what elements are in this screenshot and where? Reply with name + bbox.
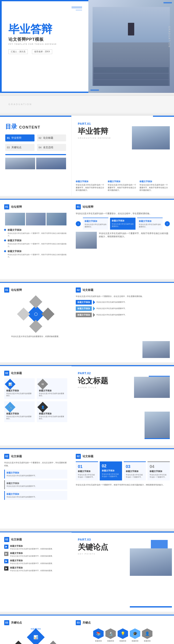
hex3-label: 标题添加	[118, 640, 128, 642]
sec1b-content: 毕业论文是大学生完成学业的一个重要部分，在论文过程中，学生需要积累经验。	[76, 212, 170, 215]
watermark: GRADUATION	[168, 26, 171, 48]
sec2b-i1-text: 毕业论文是大学生完成学业的重要环节，积累经验很重要。	[10, 548, 54, 550]
nav-c1-text: 毕业论文是大学生完成学业的重要部分。	[85, 223, 107, 228]
sec2a-c1-title: 标题文字添加	[78, 470, 96, 473]
sec2a-left-c3: 标题文字添加	[6, 493, 66, 496]
hex1-label: 标题添加	[93, 640, 104, 642]
sec2a-left-c1: 标题文字添加	[6, 471, 66, 474]
sec2-grid-c2-title: 标题文字添加	[39, 389, 65, 392]
cover-date: 指导老师：20XX	[32, 50, 52, 54]
sec2a-num3: 03	[126, 464, 144, 469]
sec2b-i1-title: 标题文字添加	[10, 544, 54, 548]
slide-section3a: 03 关键论点 📊 ✉ 🔧 👤	[0, 615, 174, 644]
slide-section1c: 01 论坛答辩 ⬡	[0, 282, 174, 362]
sec1a-badge-label: 论坛答辩	[11, 205, 22, 209]
arrow-item3-num: 标题文字添加	[76, 312, 92, 317]
cover-title-cn: 毕业答辩	[8, 23, 80, 35]
toc-item-4[interactable]: 04 全文总结	[37, 144, 66, 151]
sec1b-badge-label: 论坛答辩	[83, 205, 93, 209]
nav-left-arrow[interactable]: ‹	[76, 221, 81, 226]
sec2a-num1: 01	[78, 464, 96, 469]
sec2a-c4-title: 标题文字添加	[150, 470, 168, 473]
sec1b-badge-num: 01	[76, 204, 81, 210]
hex4: 🎓	[130, 628, 140, 639]
sec2b-i2-text: 毕业论文是大学生完成学业的重要环节，积累经验很重要。	[10, 555, 54, 557]
sec2a-extra: 毕业论文是大学生完成学业的一个重要环节，有助于培养学生独立分析问题的能力，增强调…	[76, 484, 170, 486]
arrow-item3-text: 毕业论文是大学生完成学业的重要环节。	[96, 314, 127, 316]
slide-section1a: 01 论坛答辩 标题文字添加 毕业论文是大学生完成学业的一个重要环节，有助于培养…	[0, 199, 174, 279]
sec1c-badge-label: 论坛答辩	[11, 288, 22, 292]
part02-person	[145, 412, 170, 439]
sec2a-left-c3-text: 毕业论文是大学生完成学业的重要环节。	[6, 496, 66, 498]
part01-card1-title: 标题文字添加	[76, 180, 106, 183]
toc-item-2[interactable]: 02 论文标题	[37, 134, 66, 142]
hex2: 🔬	[105, 628, 116, 639]
cover-title-en: PPT TEMPLATE FOR THESIS DEFENSE	[8, 43, 80, 45]
nav-c3-title: 标题文字添加	[139, 220, 161, 223]
sec2-grid-c1-text: 毕业论文是大学生完成学业的重要部分。	[6, 392, 33, 397]
sec2a-left-c2: 标题文字添加	[6, 482, 66, 485]
sec2a-content: 毕业论文是大学生完成学业的一个重要部分，在论文过程中，学生需要积累经验。	[4, 462, 67, 467]
sec2a-c3-title: 标题文字添加	[126, 470, 144, 473]
arrow-item1-num: 标题文字添加	[76, 300, 92, 304]
cover-author: 汇报人：演示员	[8, 50, 28, 54]
slide-toc: 目录 CONTENT 01 毕业答辩 02 论文标题 03 关键论点	[0, 116, 174, 196]
part02-photo	[134, 377, 170, 398]
nav-right-arrow[interactable]: ›	[165, 221, 170, 226]
sec2a-num2: 02	[102, 464, 120, 468]
sec2a-c2-title: 标题文字添加	[102, 469, 120, 472]
sec1c-badge-num: 01	[4, 288, 9, 292]
hex1: 📚	[93, 628, 104, 639]
sec1b-extra-text: 毕业论文是大学生完成学业的一个重要环节，有助于培养学生独立分析问题的能力，增强调…	[99, 232, 170, 238]
toc-cn-title: 目录	[5, 123, 17, 131]
sec2-grid-c4-title: 标题文字添加	[39, 412, 65, 415]
nav-c2-text: 毕业论文是大学生完成学业的重要部分。	[112, 223, 134, 228]
sec2b-i2-title: 标题文字添加	[10, 552, 54, 555]
sec2a-c4-text: 毕业论文是大学生完成学业的一个重要环节。	[150, 474, 168, 478]
sec1a-c2-title: 标题文字添加	[7, 239, 67, 242]
toc-item-3[interactable]: 03 关键论点	[5, 144, 34, 151]
sec2a-c1-text: 毕业论文是大学生完成学业的一个重要环节。	[78, 474, 96, 478]
slide-section2b: 02 论文标题 标题文字添加 毕业论文是大学生完成学业的重要环节，积累经验很重要…	[0, 532, 174, 612]
sec2a-left-c2-text: 毕业论文是大学生完成学业的重要环节。	[6, 485, 66, 488]
sec2a-left-c1-text: 毕业论文是大学生完成学业的重要环节。	[6, 475, 66, 477]
nav-c1-title: 标题文字添加	[85, 220, 107, 223]
sec2-grid-c3-text: 毕业论文是大学生完成学业的重要部分。	[6, 416, 33, 420]
toc-en-title: CONTENT	[19, 125, 40, 130]
arrow-item2-text: 毕业论文是大学生完成学业的重要环节。	[96, 307, 127, 310]
sec2b-i3-text: 毕业论文是大学生完成学业的重要环节，积累经验很重要。	[10, 562, 54, 565]
sec1a-c2-text: 毕业论文是大学生完成学业的一个重要环节，有助于培养学生独立分析问题的能力。	[7, 243, 67, 248]
hex5: 👤	[142, 628, 153, 639]
sec2a-num4: 04	[150, 464, 168, 469]
toc-item-1[interactable]: 01 毕业答辩	[5, 134, 34, 142]
slide-section2a: 02 论文标题 毕业论文是大学生完成学业的一个重要部分，在论文过程中，学生需要积…	[0, 448, 174, 528]
sec1a-badge-num: 01	[4, 204, 9, 210]
sec2-grid-c4-text: 毕业论文是大学生完成学业的重要部分。	[39, 416, 65, 420]
part01-card3-text: 毕业论文是大学生完成学业的一个重要环节，有助于培养学生独立分析问题的能力。	[140, 184, 170, 192]
hex4-label: 标题添加	[130, 640, 140, 642]
cover-title-sub: 论文答辩PPT模板	[8, 36, 80, 42]
sec2b-i4-text: 毕业论文是大学生完成学业的重要环节，积累经验很重要。	[10, 570, 54, 572]
arrow-item1-text: 毕业论文是大学生完成学业的重要环节。	[96, 301, 127, 303]
sec1a-c1-title: 标题文字添加	[7, 228, 67, 232]
sec2-grid-c1-title: 标题文字添加	[6, 389, 33, 392]
hex5-label: 标题添加	[142, 640, 153, 642]
sec2-grid-c2-text: 毕业论文是大学生完成学业的重要部分。	[39, 392, 65, 397]
part01-card1-text: 毕业论文是大学生完成学业的一个重要环节，有助于培养学生独立分析问题的能力。	[76, 184, 106, 192]
sec1c-text: 毕业论文是大学生完成学业的重要部分，积累经验很重要。	[4, 335, 67, 338]
part02-label: PART.02	[78, 372, 168, 375]
slide-divider-1: GRADUATION	[0, 96, 174, 113]
sec1a-c1-text: 毕业论文是大学生完成学业的一个重要环节，有助于培养学生独立分析问题的能力。	[7, 232, 67, 237]
arrow-item2-num: 标题文字添加	[76, 306, 92, 311]
part01-card2-title: 标题文字添加	[108, 180, 138, 183]
sec2b-i4-title: 标题文字添加	[10, 566, 54, 569]
sec2-badge-num-l: 02	[4, 371, 9, 376]
slide5-photo	[142, 341, 170, 358]
divider-text-1: GRADUATION	[8, 103, 32, 106]
slide-cover: 毕业答辩 论文答辩PPT模板 PPT TEMPLATE FOR THESIS D…	[0, 0, 174, 93]
sec2a-c3-text: 毕业论文是大学生完成学业的一个重要环节。	[126, 474, 144, 478]
nav-c2-title: 标题文字添加	[112, 219, 134, 222]
nav-c3-text: 毕业论文是大学生完成学业的重要部分。	[139, 223, 161, 228]
section1a-photo1	[5, 213, 25, 226]
section1a-photo3	[47, 213, 67, 226]
